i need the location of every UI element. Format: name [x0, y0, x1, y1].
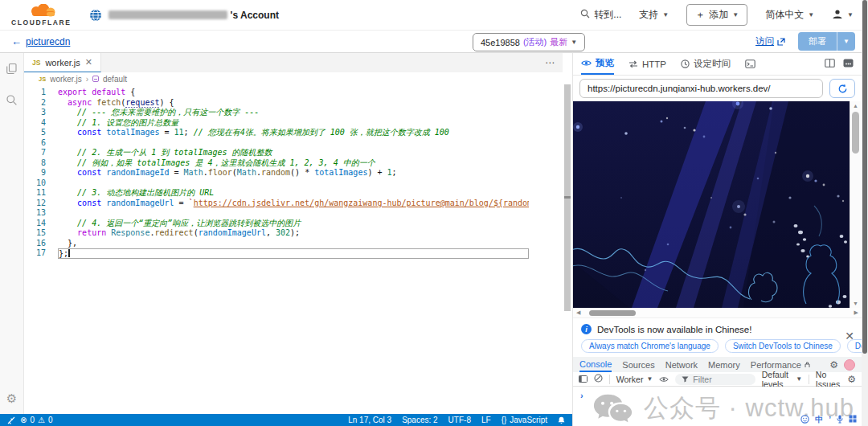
scroll-right-icon[interactable]: ▶ — [851, 309, 862, 316]
vertical-scroll-thumb[interactable] — [852, 112, 859, 154]
horizontal-scroll-thumb[interactable] — [589, 310, 636, 316]
back-arrow-icon[interactable]: ← — [11, 35, 22, 47]
problems-indicator[interactable]: ⊗0 ⚠0 — [20, 416, 52, 424]
tab-memory[interactable]: Memory — [708, 357, 740, 372]
eol-sequence[interactable]: LF — [481, 416, 491, 424]
code-line[interactable]: 14 // 4. 返回一个“重定向”响应，让浏览器跳转到被选中的图片 — [24, 219, 563, 229]
cursor-position[interactable]: Ln 17, Col 3 — [348, 416, 391, 424]
panel-splitter[interactable] — [563, 53, 572, 414]
scroll-up-icon[interactable]: ▲ — [850, 103, 861, 109]
console-settings-icon[interactable]: ⚙ — [847, 374, 856, 385]
window-scrollbar-thumb[interactable] — [862, 0, 867, 354]
ime-punctuation-icon[interactable]: ’ — [829, 416, 831, 424]
code-area[interactable]: 1export default {2 async fetch(request) … — [24, 85, 563, 414]
preview-vertical-scrollbar[interactable]: ▲ ▼ — [850, 101, 861, 308]
support-menu[interactable]: 支持▼ — [639, 8, 669, 22]
code-line[interactable]: 12 const randomImageUrl = `https://cdn.j… — [24, 199, 563, 209]
performance-badge-icon — [804, 362, 811, 368]
language-menu[interactable]: 简体中文▼ — [765, 8, 814, 22]
ime-keyboard-icon[interactable] — [849, 415, 857, 424]
code-line[interactable]: 4 // 1. 设置您的图片总数量 — [24, 118, 563, 129]
devtools-settings-icon[interactable]: ⚙ — [829, 359, 838, 371]
window-scrollbar[interactable] — [862, 0, 868, 426]
deploy-button[interactable]: 部署 ▼ — [798, 32, 855, 51]
code-line[interactable]: 7 // 2. 生成一个从 1 到 totalImages 的随机整数 — [24, 148, 563, 158]
top-nav: CLOUDFLARE 's Account 转到... 支持▼ ＋添加▼ 简体中… — [0, 0, 868, 31]
code-line[interactable]: 3 // --- 您未来需要维护的，只有这一个数字 --- — [24, 108, 563, 118]
code-line[interactable]: 9 const randomImageId = Math.floor(Math.… — [24, 168, 563, 178]
add-button[interactable]: ＋添加▼ — [686, 4, 747, 26]
tab-network[interactable]: Network — [665, 357, 698, 372]
line-content: const randomImageUrl = `https://cdn.jsde… — [58, 199, 529, 209]
avatar[interactable] — [844, 359, 855, 371]
visit-link[interactable]: 访问 — [755, 35, 785, 47]
code-line[interactable]: 5 const totalImages = 11; // 您现在有4张。将来如果… — [24, 128, 563, 138]
tab-http[interactable]: HTTP — [628, 53, 666, 75]
code-line[interactable]: 11 // 3. 动态地构建出随机图片的 URL — [24, 188, 563, 199]
splitter-handle[interactable] — [564, 196, 571, 199]
search-icon[interactable] — [6, 94, 18, 109]
split-view-icon[interactable] — [825, 59, 835, 69]
console-filter-input[interactable]: Filter — [675, 374, 755, 385]
settings-gear-icon[interactable]: ⚙ — [6, 391, 17, 406]
cloudflare-logo[interactable]: CLOUDFLARE — [11, 4, 72, 27]
braces-icon: {} — [502, 416, 507, 424]
notifications-bell-icon[interactable] — [558, 416, 565, 424]
console-sidebar-icon[interactable] — [579, 375, 588, 384]
scroll-down-icon[interactable]: ▼ — [850, 301, 861, 306]
match-language-button[interactable]: Always match Chrome's language — [581, 339, 719, 353]
remote-connection-icon[interactable] — [7, 416, 15, 424]
preview-viewport: ▲ ▼ — [573, 101, 862, 308]
code-line[interactable]: 15 return Response.redirect(randomImageU… — [24, 228, 563, 239]
ime-language-icon[interactable]: 中 — [815, 414, 823, 425]
user-menu[interactable]: ▼ — [832, 9, 854, 22]
code-line[interactable]: 17}; — [24, 248, 563, 259]
encoding[interactable]: UTF-8 — [448, 416, 471, 424]
worker-back-link[interactable]: picturecdn — [26, 36, 70, 47]
tab-console[interactable]: Console — [579, 357, 612, 372]
tab-terminal[interactable] — [745, 53, 755, 75]
tab-sources[interactable]: Sources — [622, 357, 654, 372]
refresh-button[interactable] — [829, 79, 855, 98]
more-actions-icon[interactable]: ⋯ — [537, 53, 563, 72]
code-line[interactable]: 1export default { — [24, 88, 563, 98]
version-dropdown[interactable]: 45e19858 (活动) 最新 ▼ — [473, 33, 585, 51]
language-mode[interactable]: {}JavaScript — [502, 416, 547, 424]
close-icon[interactable]: ✕ — [845, 330, 854, 342]
external-link-icon — [777, 38, 785, 46]
tab-schedule[interactable]: 设定时间 — [681, 53, 731, 75]
indentation[interactable]: Spaces: 2 — [402, 416, 437, 424]
explorer-icon[interactable] — [6, 63, 18, 78]
line-number: 3 — [24, 108, 58, 118]
devtools-drawer-icon[interactable] — [843, 59, 854, 69]
preview-horizontal-scrollbar[interactable]: ◀ ▶ — [573, 308, 862, 318]
eye-icon[interactable] — [659, 375, 669, 384]
scroll-left-icon[interactable]: ◀ — [573, 309, 583, 316]
log-levels-selector[interactable]: Default levels▼ — [762, 370, 802, 389]
ime-emoji-icon[interactable] — [800, 415, 809, 425]
breadcrumb-separator: › — [86, 75, 88, 84]
issues-counter[interactable]: No Issues — [816, 370, 841, 389]
close-icon[interactable]: ✕ — [85, 57, 92, 68]
chevron-down-icon: ▼ — [796, 375, 802, 383]
preview-url-input[interactable] — [579, 79, 823, 98]
switch-chinese-button[interactable]: Switch DevTools to Chinese — [725, 339, 841, 353]
editor-breadcrumb[interactable]: JS worker.js › default — [24, 72, 563, 85]
chevron-down-icon[interactable]: ▼ — [837, 32, 855, 51]
code-line[interactable]: 2 async fetch(request) { — [24, 98, 563, 109]
line-number: 9 — [24, 168, 58, 178]
preview-image[interactable] — [573, 101, 850, 308]
context-selector[interactable]: Worker▼ — [616, 375, 653, 384]
tab-preview[interactable]: 预览 — [581, 53, 614, 75]
code-line[interactable]: 16 }, — [24, 239, 563, 249]
goto-search[interactable]: 转到... — [580, 8, 621, 22]
code-line[interactable]: 8 // 例如，如果 totalImages 是 4，这里就会随机生成 1, 2… — [24, 158, 563, 169]
code-line[interactable]: 6 — [24, 138, 563, 149]
code-line[interactable]: 13 — [24, 208, 563, 219]
swap-arrows-icon — [628, 60, 638, 68]
line-content: }, — [58, 239, 529, 249]
code-line[interactable]: 10 — [24, 178, 563, 189]
clear-console-icon[interactable] — [594, 374, 603, 384]
tab-worker-js[interactable]: JS worker.js ✕ — [24, 53, 101, 72]
ime-mic-icon[interactable] — [837, 415, 843, 425]
